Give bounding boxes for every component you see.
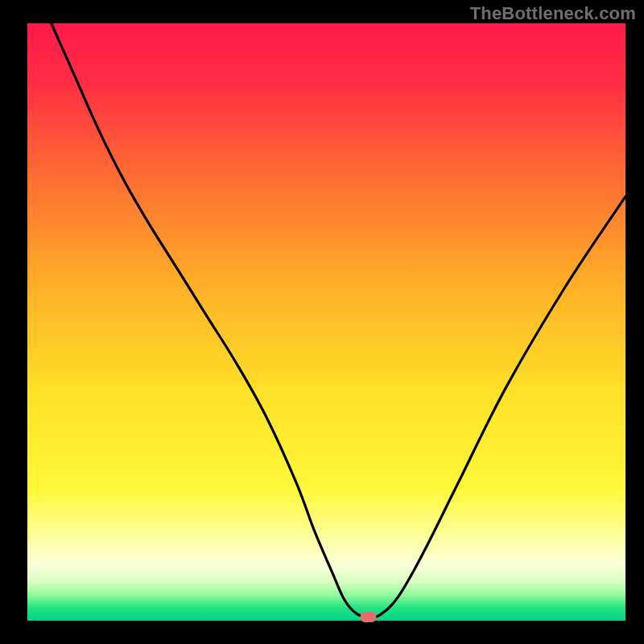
optimum-marker [361,612,377,622]
gradient-background [27,23,625,621]
chart-frame: { "watermark": "TheBottleneck.com", "cha… [0,0,644,644]
watermark-text: TheBottleneck.com [470,3,636,24]
bottleneck-chart [0,0,644,644]
